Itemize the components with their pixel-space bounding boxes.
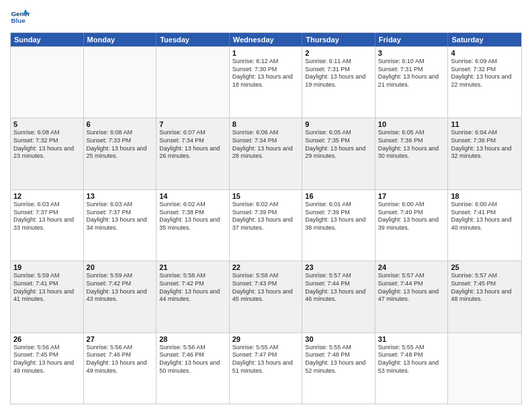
- calendar-cell: 28Sunrise: 5:56 AM Sunset: 7:46 PM Dayli…: [157, 333, 230, 404]
- cell-info: Sunrise: 6:04 AM Sunset: 7:36 PM Dayligh…: [451, 129, 519, 161]
- calendar-cell: 21Sunrise: 5:58 AM Sunset: 7:42 PM Dayli…: [157, 261, 230, 332]
- calendar-row: 26Sunrise: 5:56 AM Sunset: 7:45 PM Dayli…: [11, 332, 521, 404]
- calendar: SundayMondayTuesdayWednesdayThursdayFrid…: [10, 32, 522, 404]
- calendar-row: 5Sunrise: 6:08 AM Sunset: 7:32 PM Daylig…: [11, 118, 521, 189]
- calendar-cell: 30Sunrise: 5:55 AM Sunset: 7:48 PM Dayli…: [302, 333, 375, 404]
- day-number: 23: [305, 263, 372, 271]
- cell-info: Sunrise: 6:01 AM Sunset: 7:39 PM Dayligh…: [305, 201, 372, 232]
- calendar-cell: 16Sunrise: 6:01 AM Sunset: 7:39 PM Dayli…: [302, 190, 375, 261]
- day-of-week-header: Friday: [375, 33, 449, 46]
- calendar-cell: [84, 47, 157, 118]
- day-number: 16: [305, 192, 372, 200]
- calendar-cell: [448, 333, 521, 404]
- day-number: 13: [87, 192, 154, 200]
- cell-info: Sunrise: 6:03 AM Sunset: 7:37 PM Dayligh…: [13, 201, 81, 232]
- cell-info: Sunrise: 5:59 AM Sunset: 7:42 PM Dayligh…: [87, 272, 154, 304]
- calendar-cell: 7Sunrise: 6:07 AM Sunset: 7:34 PM Daylig…: [157, 118, 230, 189]
- day-number: 1: [232, 49, 300, 57]
- cell-info: Sunrise: 5:55 AM Sunset: 7:47 PM Dayligh…: [232, 344, 300, 375]
- day-of-week-header: Thursday: [302, 33, 375, 46]
- calendar-cell: 15Sunrise: 6:02 AM Sunset: 7:39 PM Dayli…: [230, 190, 303, 261]
- calendar-cell: 14Sunrise: 6:02 AM Sunset: 7:38 PM Dayli…: [157, 190, 230, 261]
- cell-info: Sunrise: 5:59 AM Sunset: 7:41 PM Dayligh…: [13, 272, 81, 304]
- day-number: 4: [451, 49, 519, 57]
- cell-info: Sunrise: 6:07 AM Sunset: 7:34 PM Dayligh…: [159, 129, 226, 161]
- cell-info: Sunrise: 6:05 AM Sunset: 7:35 PM Dayligh…: [305, 129, 372, 161]
- day-number: 8: [232, 120, 300, 128]
- day-number: 29: [232, 335, 300, 343]
- day-number: 26: [13, 335, 81, 343]
- cell-info: Sunrise: 5:55 AM Sunset: 7:48 PM Dayligh…: [378, 344, 445, 375]
- cell-info: Sunrise: 5:55 AM Sunset: 7:48 PM Dayligh…: [305, 344, 372, 375]
- page: General Blue SundayMondayTuesdayWednesda…: [0, 0, 532, 411]
- svg-text:Blue: Blue: [11, 17, 26, 24]
- calendar-cell: 18Sunrise: 6:00 AM Sunset: 7:41 PM Dayli…: [448, 190, 521, 261]
- day-of-week-header: Wednesday: [230, 33, 303, 46]
- calendar-cell: 25Sunrise: 5:57 AM Sunset: 7:45 PM Dayli…: [448, 261, 521, 332]
- day-number: 9: [305, 120, 372, 128]
- calendar-cell: 10Sunrise: 6:05 AM Sunset: 7:36 PM Dayli…: [375, 118, 449, 189]
- day-number: 31: [378, 335, 445, 343]
- day-of-week-header: Monday: [84, 33, 157, 46]
- calendar-body: 1Sunrise: 6:12 AM Sunset: 7:30 PM Daylig…: [11, 46, 521, 404]
- day-number: 6: [87, 120, 154, 128]
- cell-info: Sunrise: 6:08 AM Sunset: 7:32 PM Dayligh…: [13, 129, 81, 161]
- calendar-cell: 31Sunrise: 5:55 AM Sunset: 7:48 PM Dayli…: [375, 333, 449, 404]
- calendar-cell: 23Sunrise: 5:57 AM Sunset: 7:44 PM Dayli…: [302, 261, 375, 332]
- calendar-cell: 22Sunrise: 5:58 AM Sunset: 7:43 PM Dayli…: [230, 261, 303, 332]
- calendar-row: 19Sunrise: 5:59 AM Sunset: 7:41 PM Dayli…: [11, 261, 521, 332]
- day-number: 18: [451, 192, 519, 200]
- calendar-cell: 11Sunrise: 6:04 AM Sunset: 7:36 PM Dayli…: [448, 118, 521, 189]
- calendar-cell: [11, 47, 84, 118]
- calendar-header: SundayMondayTuesdayWednesdayThursdayFrid…: [11, 33, 521, 46]
- day-number: 15: [232, 192, 300, 200]
- cell-info: Sunrise: 5:57 AM Sunset: 7:44 PM Dayligh…: [378, 272, 445, 304]
- day-number: 14: [159, 192, 226, 200]
- cell-info: Sunrise: 5:56 AM Sunset: 7:45 PM Dayligh…: [13, 344, 81, 375]
- logo-icon: General Blue: [10, 7, 30, 27]
- cell-info: Sunrise: 5:56 AM Sunset: 7:46 PM Dayligh…: [159, 344, 226, 375]
- day-number: 19: [13, 263, 81, 271]
- cell-info: Sunrise: 5:57 AM Sunset: 7:45 PM Dayligh…: [451, 272, 519, 304]
- calendar-cell: 4Sunrise: 6:09 AM Sunset: 7:32 PM Daylig…: [448, 47, 521, 118]
- cell-info: Sunrise: 6:00 AM Sunset: 7:40 PM Dayligh…: [378, 201, 445, 232]
- cell-info: Sunrise: 5:57 AM Sunset: 7:44 PM Dayligh…: [305, 272, 372, 304]
- calendar-cell: 17Sunrise: 6:00 AM Sunset: 7:40 PM Dayli…: [375, 190, 449, 261]
- logo: General Blue: [10, 7, 33, 27]
- calendar-cell: 13Sunrise: 6:03 AM Sunset: 7:37 PM Dayli…: [84, 190, 157, 261]
- cell-info: Sunrise: 6:02 AM Sunset: 7:39 PM Dayligh…: [232, 201, 300, 232]
- cell-info: Sunrise: 6:10 AM Sunset: 7:31 PM Dayligh…: [378, 58, 445, 89]
- cell-info: Sunrise: 6:03 AM Sunset: 7:37 PM Dayligh…: [87, 201, 154, 232]
- day-of-week-header: Tuesday: [157, 33, 230, 46]
- day-number: 20: [87, 263, 154, 271]
- day-number: 10: [378, 120, 445, 128]
- cell-info: Sunrise: 6:06 AM Sunset: 7:34 PM Dayligh…: [232, 129, 300, 161]
- cell-info: Sunrise: 6:05 AM Sunset: 7:36 PM Dayligh…: [378, 129, 445, 161]
- calendar-cell: [157, 47, 230, 118]
- cell-info: Sunrise: 6:12 AM Sunset: 7:30 PM Dayligh…: [232, 58, 300, 89]
- day-number: 24: [378, 263, 445, 271]
- day-of-week-header: Sunday: [11, 33, 84, 46]
- cell-info: Sunrise: 6:00 AM Sunset: 7:41 PM Dayligh…: [451, 201, 519, 232]
- day-number: 2: [305, 49, 372, 57]
- day-number: 21: [159, 263, 226, 271]
- day-number: 11: [451, 120, 519, 128]
- calendar-cell: 19Sunrise: 5:59 AM Sunset: 7:41 PM Dayli…: [11, 261, 84, 332]
- calendar-cell: 27Sunrise: 5:56 AM Sunset: 7:46 PM Dayli…: [84, 333, 157, 404]
- day-number: 5: [13, 120, 81, 128]
- day-number: 22: [232, 263, 300, 271]
- calendar-row: 1Sunrise: 6:12 AM Sunset: 7:30 PM Daylig…: [11, 46, 521, 118]
- calendar-cell: 2Sunrise: 6:11 AM Sunset: 7:31 PM Daylig…: [302, 47, 375, 118]
- calendar-cell: 26Sunrise: 5:56 AM Sunset: 7:45 PM Dayli…: [11, 333, 84, 404]
- calendar-cell: 5Sunrise: 6:08 AM Sunset: 7:32 PM Daylig…: [11, 118, 84, 189]
- day-number: 30: [305, 335, 372, 343]
- cell-info: Sunrise: 5:58 AM Sunset: 7:43 PM Dayligh…: [232, 272, 300, 304]
- calendar-cell: 29Sunrise: 5:55 AM Sunset: 7:47 PM Dayli…: [230, 333, 303, 404]
- day-of-week-header: Saturday: [448, 33, 521, 46]
- header: General Blue: [10, 7, 522, 27]
- calendar-cell: 9Sunrise: 6:05 AM Sunset: 7:35 PM Daylig…: [302, 118, 375, 189]
- calendar-cell: 24Sunrise: 5:57 AM Sunset: 7:44 PM Dayli…: [375, 261, 449, 332]
- day-number: 27: [87, 335, 154, 343]
- day-number: 28: [159, 335, 226, 343]
- cell-info: Sunrise: 6:02 AM Sunset: 7:38 PM Dayligh…: [159, 201, 226, 232]
